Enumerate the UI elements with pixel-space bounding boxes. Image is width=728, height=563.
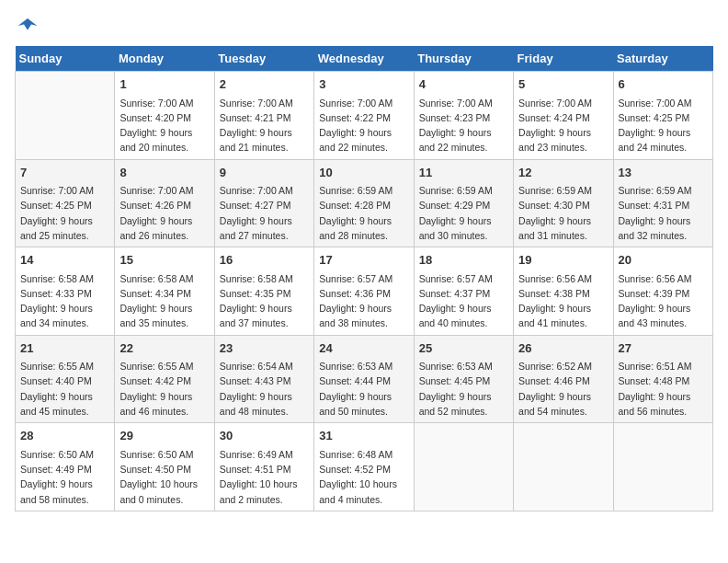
calendar-cell: 14Sunrise: 6:58 AM Sunset: 4:33 PM Dayli… [16, 247, 115, 336]
day-info: Sunrise: 6:53 AM Sunset: 4:45 PM Dayligh… [419, 359, 508, 419]
col-header-monday: Monday [115, 46, 214, 72]
day-number: 13 [619, 164, 708, 182]
day-number: 2 [220, 75, 309, 94]
calendar-cell: 8Sunrise: 7:00 AM Sunset: 4:26 PM Daylig… [115, 159, 214, 247]
calendar-cell: 9Sunrise: 7:00 AM Sunset: 4:27 PM Daylig… [214, 159, 313, 247]
day-info: Sunrise: 7:00 AM Sunset: 4:27 PM Dayligh… [220, 183, 309, 243]
day-info: Sunrise: 6:48 AM Sunset: 4:52 PM Dayligh… [319, 447, 408, 507]
calendar-cell: 28Sunrise: 6:50 AM Sunset: 4:49 PM Dayli… [16, 423, 115, 511]
calendar-cell: 29Sunrise: 6:50 AM Sunset: 4:50 PM Dayli… [115, 423, 214, 511]
day-number: 26 [518, 339, 608, 358]
calendar-week-5: 28Sunrise: 6:50 AM Sunset: 4:49 PM Dayli… [16, 423, 713, 511]
day-info: Sunrise: 6:52 AM Sunset: 4:46 PM Dayligh… [518, 359, 608, 419]
day-info: Sunrise: 6:53 AM Sunset: 4:44 PM Dayligh… [319, 359, 408, 419]
calendar-cell: 21Sunrise: 6:55 AM Sunset: 4:40 PM Dayli… [16, 335, 115, 423]
day-info: Sunrise: 6:57 AM Sunset: 4:36 PM Dayligh… [319, 271, 408, 331]
calendar-cell [16, 72, 115, 160]
calendar-cell: 2Sunrise: 7:00 AM Sunset: 4:21 PM Daylig… [214, 72, 313, 160]
day-info: Sunrise: 6:55 AM Sunset: 4:40 PM Dayligh… [20, 359, 109, 419]
col-header-saturday: Saturday [613, 46, 712, 72]
day-number: 30 [220, 427, 309, 445]
logo-bird-icon [17, 15, 39, 37]
calendar-week-4: 21Sunrise: 6:55 AM Sunset: 4:40 PM Dayli… [16, 335, 713, 423]
calendar-cell: 15Sunrise: 6:58 AM Sunset: 4:34 PM Dayli… [115, 247, 214, 336]
day-number: 6 [619, 75, 708, 94]
calendar-cell: 30Sunrise: 6:49 AM Sunset: 4:51 PM Dayli… [214, 423, 313, 511]
day-number: 12 [518, 164, 608, 182]
day-info: Sunrise: 6:56 AM Sunset: 4:38 PM Dayligh… [518, 271, 608, 331]
calendar-cell: 7Sunrise: 7:00 AM Sunset: 4:25 PM Daylig… [16, 159, 115, 247]
day-number: 22 [119, 339, 209, 358]
day-info: Sunrise: 6:59 AM Sunset: 4:28 PM Dayligh… [319, 183, 408, 243]
day-number: 28 [20, 427, 109, 445]
day-number: 20 [619, 251, 708, 270]
calendar-cell: 1Sunrise: 7:00 AM Sunset: 4:20 PM Daylig… [115, 72, 214, 160]
day-number: 23 [220, 339, 309, 358]
day-info: Sunrise: 6:50 AM Sunset: 4:50 PM Dayligh… [119, 447, 209, 507]
day-number: 14 [20, 251, 109, 270]
day-info: Sunrise: 6:51 AM Sunset: 4:48 PM Dayligh… [619, 359, 708, 419]
day-number: 15 [119, 251, 209, 270]
day-number: 8 [119, 164, 209, 182]
day-info: Sunrise: 6:50 AM Sunset: 4:49 PM Dayligh… [20, 447, 109, 507]
calendar-cell: 5Sunrise: 7:00 AM Sunset: 4:24 PM Daylig… [514, 72, 613, 160]
day-info: Sunrise: 6:59 AM Sunset: 4:29 PM Dayligh… [419, 183, 508, 243]
calendar-week-3: 14Sunrise: 6:58 AM Sunset: 4:33 PM Dayli… [16, 247, 713, 336]
calendar-cell: 6Sunrise: 7:00 AM Sunset: 4:25 PM Daylig… [613, 72, 712, 160]
day-info: Sunrise: 7:00 AM Sunset: 4:25 PM Dayligh… [619, 96, 708, 155]
day-info: Sunrise: 7:00 AM Sunset: 4:23 PM Dayligh… [419, 96, 508, 155]
calendar-cell: 4Sunrise: 7:00 AM Sunset: 4:23 PM Daylig… [414, 72, 513, 160]
day-number: 17 [319, 251, 408, 270]
page-header [15, 15, 713, 37]
day-info: Sunrise: 7:00 AM Sunset: 4:24 PM Dayligh… [518, 96, 608, 155]
calendar-cell: 12Sunrise: 6:59 AM Sunset: 4:30 PM Dayli… [514, 159, 613, 247]
calendar-cell: 26Sunrise: 6:52 AM Sunset: 4:46 PM Dayli… [514, 335, 613, 423]
day-number: 31 [319, 427, 408, 445]
day-info: Sunrise: 6:54 AM Sunset: 4:43 PM Dayligh… [220, 359, 309, 419]
day-info: Sunrise: 6:57 AM Sunset: 4:37 PM Dayligh… [419, 271, 508, 331]
day-number: 24 [319, 339, 408, 358]
day-info: Sunrise: 6:56 AM Sunset: 4:39 PM Dayligh… [619, 271, 708, 331]
day-number: 18 [419, 251, 508, 270]
day-info: Sunrise: 7:00 AM Sunset: 4:26 PM Dayligh… [119, 183, 209, 243]
day-number: 25 [419, 339, 508, 358]
day-number: 21 [20, 339, 109, 358]
col-header-tuesday: Tuesday [214, 46, 313, 72]
calendar-cell: 18Sunrise: 6:57 AM Sunset: 4:37 PM Dayli… [414, 247, 513, 336]
day-info: Sunrise: 7:00 AM Sunset: 4:21 PM Dayligh… [220, 96, 309, 155]
col-header-friday: Friday [514, 46, 613, 72]
calendar-cell: 24Sunrise: 6:53 AM Sunset: 4:44 PM Dayli… [314, 335, 414, 423]
day-info: Sunrise: 7:00 AM Sunset: 4:25 PM Dayligh… [20, 183, 109, 243]
calendar-cell: 19Sunrise: 6:56 AM Sunset: 4:38 PM Dayli… [514, 247, 613, 336]
day-info: Sunrise: 6:59 AM Sunset: 4:31 PM Dayligh… [619, 183, 708, 243]
calendar-cell: 17Sunrise: 6:57 AM Sunset: 4:36 PM Dayli… [314, 247, 414, 336]
day-info: Sunrise: 6:55 AM Sunset: 4:42 PM Dayligh… [119, 359, 209, 419]
calendar-cell: 23Sunrise: 6:54 AM Sunset: 4:43 PM Dayli… [214, 335, 313, 423]
logo [15, 15, 39, 37]
day-number: 29 [119, 427, 209, 445]
calendar-cell [514, 423, 613, 511]
calendar-cell: 10Sunrise: 6:59 AM Sunset: 4:28 PM Dayli… [314, 159, 414, 247]
calendar-cell: 16Sunrise: 6:58 AM Sunset: 4:35 PM Dayli… [214, 247, 313, 336]
calendar-cell: 27Sunrise: 6:51 AM Sunset: 4:48 PM Dayli… [613, 335, 712, 423]
calendar-cell: 25Sunrise: 6:53 AM Sunset: 4:45 PM Dayli… [414, 335, 513, 423]
calendar-cell: 22Sunrise: 6:55 AM Sunset: 4:42 PM Dayli… [115, 335, 214, 423]
day-number: 16 [220, 251, 309, 270]
day-info: Sunrise: 7:00 AM Sunset: 4:22 PM Dayligh… [319, 96, 408, 155]
calendar-cell: 11Sunrise: 6:59 AM Sunset: 4:29 PM Dayli… [414, 159, 513, 247]
day-number: 7 [20, 164, 109, 182]
day-number: 19 [518, 251, 608, 270]
day-info: Sunrise: 6:58 AM Sunset: 4:35 PM Dayligh… [220, 271, 309, 331]
calendar-week-2: 7Sunrise: 7:00 AM Sunset: 4:25 PM Daylig… [16, 159, 713, 247]
day-number: 10 [319, 164, 408, 182]
day-info: Sunrise: 6:59 AM Sunset: 4:30 PM Dayligh… [518, 183, 608, 243]
col-header-sunday: Sunday [16, 46, 115, 72]
day-info: Sunrise: 6:58 AM Sunset: 4:34 PM Dayligh… [119, 271, 209, 331]
calendar-cell: 20Sunrise: 6:56 AM Sunset: 4:39 PM Dayli… [613, 247, 712, 336]
day-number: 3 [319, 75, 408, 94]
day-number: 1 [119, 75, 209, 94]
calendar-cell [414, 423, 513, 511]
col-header-thursday: Thursday [414, 46, 513, 72]
day-info: Sunrise: 6:49 AM Sunset: 4:51 PM Dayligh… [220, 447, 309, 507]
calendar-cell: 3Sunrise: 7:00 AM Sunset: 4:22 PM Daylig… [314, 72, 414, 160]
